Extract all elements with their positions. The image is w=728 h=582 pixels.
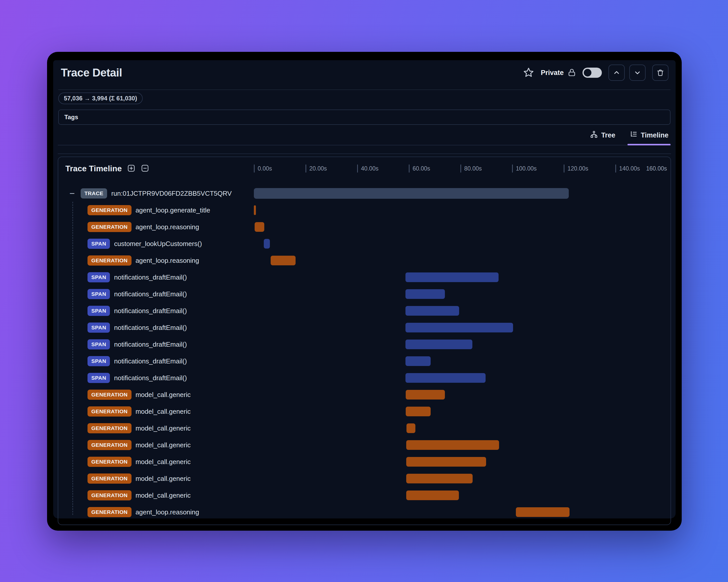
row-chart xyxy=(254,353,667,369)
tick-label: 0.00s xyxy=(258,165,272,172)
timeline-bar[interactable] xyxy=(406,407,431,416)
timeline-bar[interactable] xyxy=(264,239,270,249)
timeline-row[interactable]: GENERATION model_call.generic xyxy=(58,453,667,470)
tick-mark xyxy=(461,164,461,172)
row-name: notifications_draftEmail() xyxy=(114,324,187,332)
row-label[interactable]: SPAN notifications_draftEmail() xyxy=(58,306,254,316)
timeline-row[interactable]: GENERATION agent_loop.generate_title xyxy=(58,202,667,219)
row-type-badge: GENERATION xyxy=(87,423,131,433)
timeline-bar[interactable] xyxy=(254,205,256,215)
star-icon[interactable] xyxy=(523,67,534,78)
row-label[interactable]: SPAN notifications_draftEmail() xyxy=(58,323,254,333)
timeline-bar[interactable] xyxy=(406,491,459,500)
timeline-row[interactable]: SPAN notifications_draftEmail() xyxy=(58,369,667,386)
tab-tree[interactable]: Tree xyxy=(589,130,616,145)
token-usage-badge[interactable]: 57,036 → 3,994 (Σ 61,030) xyxy=(58,92,143,104)
timeline-row[interactable]: GENERATION agent_loop.reasoning xyxy=(58,219,667,235)
timeline-row[interactable]: SPAN notifications_draftEmail() xyxy=(58,336,667,353)
timeline-bar[interactable] xyxy=(406,339,472,349)
timeline-bar[interactable] xyxy=(406,289,445,299)
row-chart xyxy=(254,235,667,252)
trace-detail-panel: Trace Detail Private xyxy=(53,60,676,519)
timeline-row[interactable]: SPAN notifications_draftEmail() xyxy=(58,353,667,369)
timeline-row[interactable]: GENERATION model_call.generic xyxy=(58,420,667,437)
row-name: customer_lookUpCustomers() xyxy=(114,240,202,248)
row-label[interactable]: GENERATION model_call.generic xyxy=(58,473,254,483)
next-observation-button[interactable] xyxy=(629,64,646,81)
timeline-row[interactable]: SPAN notifications_draftEmail() xyxy=(58,269,667,286)
plus-square-icon xyxy=(127,164,136,173)
prev-observation-button[interactable] xyxy=(608,64,625,81)
row-label[interactable]: GENERATION agent_loop.generate_title xyxy=(58,205,254,215)
timeline-row[interactable]: GENERATION model_call.generic xyxy=(58,403,667,420)
row-name: agent_loop.generate_title xyxy=(136,206,210,214)
timeline-row[interactable]: GENERATION agent_loop.reasoning xyxy=(58,252,667,269)
timeline-bar[interactable] xyxy=(406,306,459,316)
row-label[interactable]: GENERATION model_call.generic xyxy=(58,423,254,433)
timeline-rows: − TRACE run:01JCTPR9VD06FD2ZBB5VCT5QRV G… xyxy=(58,177,671,525)
tick-mark xyxy=(357,164,358,172)
timeline-bar[interactable] xyxy=(406,273,499,282)
timeline-row[interactable]: GENERATION model_call.generic xyxy=(58,437,667,453)
row-label[interactable]: SPAN customer_lookUpCustomers() xyxy=(58,239,254,249)
privacy-toggle[interactable] xyxy=(582,67,602,78)
timeline-bar[interactable] xyxy=(516,507,570,517)
row-type-badge: SPAN xyxy=(87,373,110,383)
row-name: model_call.generic xyxy=(136,391,191,399)
timeline-bar[interactable] xyxy=(271,256,295,265)
timeline-row[interactable]: SPAN notifications_draftEmail() xyxy=(58,319,667,336)
row-label[interactable]: SPAN notifications_draftEmail() xyxy=(58,356,254,366)
row-chart xyxy=(254,319,667,336)
timeline-row[interactable]: SPAN customer_lookUpCustomers() xyxy=(58,235,667,252)
timeline-bar[interactable] xyxy=(406,457,486,467)
collapse-icon[interactable]: − xyxy=(70,189,77,198)
timeline-row[interactable]: − TRACE run:01JCTPR9VD06FD2ZBB5VCT5QRV xyxy=(58,185,667,202)
timeline-bar[interactable] xyxy=(406,440,499,450)
timeline-row[interactable]: GENERATION model_call.generic xyxy=(58,386,667,403)
row-name: notifications_draftEmail() xyxy=(114,290,187,298)
row-label[interactable]: GENERATION model_call.generic xyxy=(58,440,254,450)
tick-label: 100.00s xyxy=(516,165,537,172)
tick-mark xyxy=(564,164,565,172)
timeline-bar[interactable] xyxy=(406,356,431,366)
row-label[interactable]: GENERATION agent_loop.reasoning xyxy=(58,255,254,266)
row-label[interactable]: SPAN notifications_draftEmail() xyxy=(58,272,254,282)
timeline-bar[interactable] xyxy=(255,222,264,232)
timeline-row[interactable]: GENERATION agent_loop.reasoning xyxy=(58,504,667,521)
row-label[interactable]: GENERATION model_call.generic xyxy=(58,457,254,467)
timeline-row[interactable]: SPAN notifications_draftEmail() xyxy=(58,286,667,302)
row-label[interactable]: SPAN notifications_draftEmail() xyxy=(58,373,254,383)
row-label[interactable]: GENERATION agent_loop.reasoning xyxy=(58,507,254,517)
timeline-bar[interactable] xyxy=(254,188,569,199)
timeline-bar[interactable] xyxy=(406,474,473,483)
row-type-badge: GENERATION xyxy=(87,457,131,467)
delete-trace-button[interactable] xyxy=(652,64,669,81)
tick-mark xyxy=(615,164,616,172)
tab-timeline[interactable]: Timeline xyxy=(628,130,670,145)
row-label[interactable]: GENERATION model_call.generic xyxy=(58,490,254,500)
expand-all-button[interactable] xyxy=(127,164,136,173)
collapse-all-button[interactable] xyxy=(141,164,149,173)
timeline-bar[interactable] xyxy=(406,323,513,332)
row-chart xyxy=(254,336,667,353)
timeline-bar[interactable] xyxy=(406,373,486,383)
row-type-badge: GENERATION xyxy=(87,390,131,400)
row-label[interactable]: SPAN notifications_draftEmail() xyxy=(58,339,254,350)
row-chart xyxy=(254,504,667,521)
tab-timeline-label: Timeline xyxy=(641,131,669,139)
timeline-row[interactable]: SPAN notifications_draftEmail() xyxy=(58,302,667,319)
row-label[interactable]: GENERATION agent_loop.reasoning xyxy=(58,222,254,232)
timeline-bar[interactable] xyxy=(407,423,416,433)
row-label[interactable]: GENERATION model_call.generic xyxy=(58,390,254,400)
row-type-badge: GENERATION xyxy=(87,440,131,450)
row-label[interactable]: GENERATION model_call.generic xyxy=(58,406,254,417)
tags-box[interactable]: Tags xyxy=(58,110,671,125)
timeline-row[interactable]: GENERATION model_call.generic xyxy=(58,470,667,487)
row-type-badge: GENERATION xyxy=(87,222,131,232)
view-tabs: Tree Timeline xyxy=(58,125,671,145)
row-label[interactable]: SPAN notifications_draftEmail() xyxy=(58,289,254,299)
timeline-row[interactable]: GENERATION model_call.generic xyxy=(58,487,667,504)
tick-label: 40.00s xyxy=(361,165,379,172)
row-label[interactable]: − TRACE run:01JCTPR9VD06FD2ZBB5VCT5QRV xyxy=(58,188,254,198)
timeline-bar[interactable] xyxy=(406,390,445,399)
